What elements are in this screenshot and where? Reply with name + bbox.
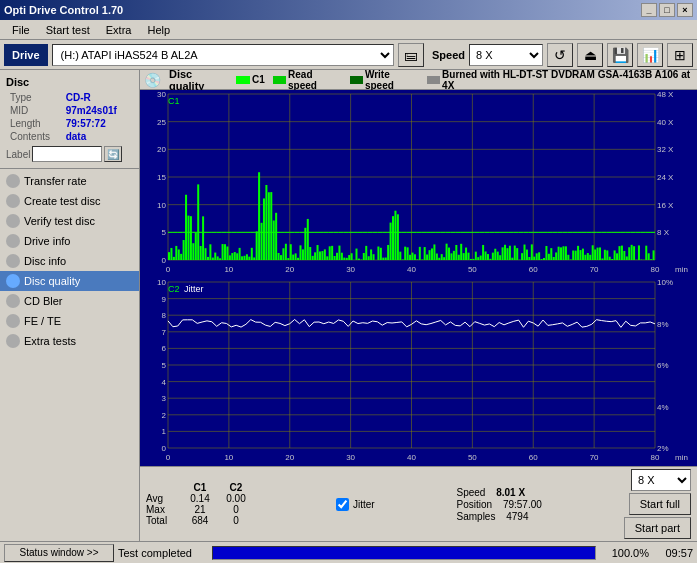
svg-rect-224 [614,250,616,260]
drive-select[interactable]: (H:) ATAPI iHAS524 B AL2A [52,44,394,66]
svg-text:60: 60 [529,265,538,274]
svg-rect-225 [616,253,618,260]
svg-text:32 X: 32 X [657,145,674,154]
svg-rect-183 [514,246,516,260]
svg-text:30: 30 [346,265,355,274]
svg-text:30: 30 [157,90,166,99]
svg-rect-168 [477,257,479,260]
svg-rect-174 [492,253,494,260]
svg-rect-41 [168,252,170,260]
svg-rect-67 [231,253,233,260]
refresh-btn[interactable]: ↺ [547,43,573,67]
speed-value: 8.01 X [496,487,525,498]
svg-rect-180 [506,248,508,260]
svg-rect-127 [377,247,379,260]
svg-rect-192 [536,253,538,260]
svg-rect-160 [458,255,460,260]
status-bar: Status window >> Test completed 100.0% 0… [0,541,697,563]
nav-label-verify-test-disc: Verify test disc [24,215,95,227]
menu-extra[interactable]: Extra [98,22,140,38]
chart-btn[interactable]: 📊 [637,43,663,67]
svg-rect-152 [438,258,440,260]
start-part-button[interactable]: Start part [624,517,691,539]
close-button[interactable]: × [677,3,693,17]
svg-rect-193 [538,252,540,260]
menu-help[interactable]: Help [139,22,178,38]
sidebar-item-disc-quality[interactable]: Disc quality [0,271,139,291]
svg-text:C2: C2 [168,284,180,294]
settings-btn[interactable]: ⊞ [667,43,693,67]
svg-rect-92 [292,255,294,260]
maximize-button[interactable]: □ [659,3,675,17]
disc-section-title: Disc [6,76,133,88]
svg-rect-155 [446,244,448,260]
svg-rect-239 [650,259,652,260]
svg-rect-85 [275,213,277,260]
sidebar-item-transfer-rate[interactable]: Transfer rate [0,171,139,191]
stats-max-row: Max 21 0 [146,504,254,515]
svg-rect-72 [243,256,245,260]
svg-rect-80 [263,198,265,260]
svg-rect-65 [226,246,228,260]
drive-info-btn[interactable]: 🖴 [398,43,424,67]
disc-info-table: Type CD-R MID 97m24s01f Length 79:57:72 … [6,90,133,144]
svg-rect-142 [414,254,416,260]
stats-avg-label: Avg [146,493,182,504]
sidebar-item-verify-test-disc[interactable]: Verify test disc [0,211,139,231]
title-bar: Opti Drive Control 1.70 _ □ × [0,0,697,20]
svg-text:0: 0 [166,265,171,274]
svg-rect-227 [621,246,623,260]
menu-start-test[interactable]: Start test [38,22,98,38]
menu-file[interactable]: File [4,22,38,38]
svg-text:10: 10 [157,278,166,287]
charts-container: 30252015105048 X40 X32 X24 X16 X8 X01020… [140,90,697,466]
eject-btn[interactable]: ⏏ [577,43,603,67]
svg-rect-91 [290,244,292,260]
stats-avg-row: Avg 0.14 0.00 [146,493,254,504]
label-btn[interactable]: 🔄 [104,146,122,162]
label-input[interactable] [32,146,102,162]
status-window-button[interactable]: Status window >> [4,544,114,562]
svg-rect-207 [572,250,574,260]
svg-rect-125 [373,254,375,260]
sidebar-item-extra-tests[interactable]: Extra tests [0,331,139,351]
svg-rect-229 [626,256,628,260]
svg-rect-44 [175,246,177,260]
sidebar-item-drive-info[interactable]: Drive info [0,231,139,251]
svg-text:min: min [675,453,688,462]
svg-rect-50 [190,216,192,260]
sidebar-item-cd-bler[interactable]: CD Bler [0,291,139,311]
sidebar-item-create-test-disc[interactable]: Create test disc [0,191,139,211]
svg-rect-144 [419,247,421,260]
svg-rect-240 [653,250,655,260]
start-full-button[interactable]: Start full [629,493,691,515]
svg-rect-209 [577,246,579,260]
svg-rect-203 [562,246,564,260]
stats-total-c1: 684 [182,515,218,526]
jitter-checkbox[interactable] [336,498,349,511]
speed-select[interactable]: 8 X Maximum 4 X [469,44,543,66]
c1-chart: 30252015105048 X40 X32 X24 X16 X8 X01020… [140,90,697,278]
svg-rect-109 [334,256,336,260]
svg-rect-228 [623,251,625,260]
svg-rect-121 [363,253,365,260]
stats-header-row: C1 C2 [146,482,254,493]
samples-row: Samples 4794 [457,511,542,522]
contents-label: Contents [8,131,62,142]
sidebar-item-fe-te[interactable]: FE / TE [0,311,139,331]
stats-avg-c2: 0.00 [218,493,254,504]
svg-rect-71 [241,256,243,260]
svg-rect-74 [248,257,250,260]
sidebar-item-disc-info[interactable]: Disc info [0,251,139,271]
progress-fill [213,547,595,559]
minimize-button[interactable]: _ [641,3,657,17]
position-row: Position 79:57.00 [457,499,542,510]
svg-rect-53 [197,184,199,260]
svg-text:5: 5 [162,361,167,370]
status-time: 09:57 [653,547,693,559]
save-btn[interactable]: 💾 [607,43,633,67]
svg-rect-75 [251,248,253,260]
speed-label: Speed [432,49,465,61]
speed-dropdown[interactable]: 8 X [631,469,691,491]
svg-rect-133 [392,216,394,260]
